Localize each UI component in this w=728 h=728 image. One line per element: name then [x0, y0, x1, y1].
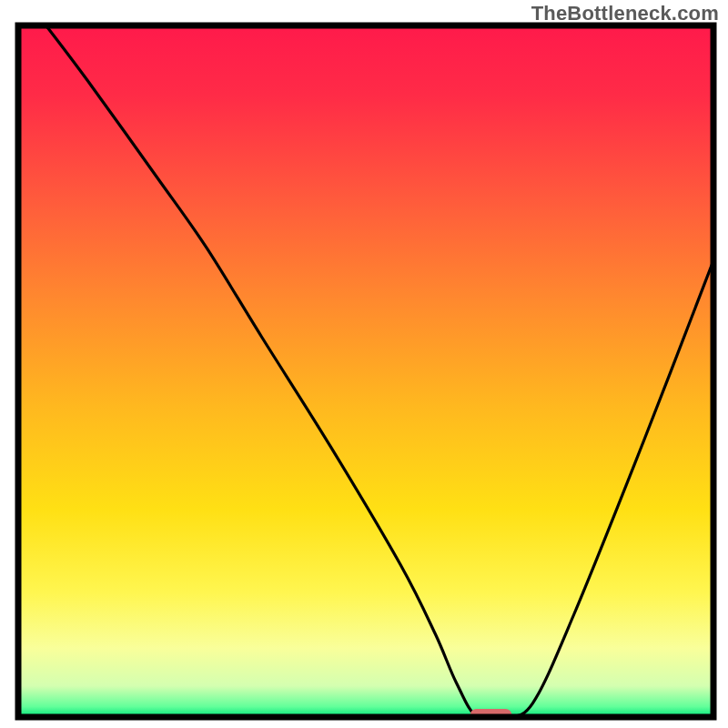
watermark-text: TheBottleneck.com	[531, 2, 719, 25]
plot-area	[18, 25, 713, 722]
bottleneck-chart	[0, 0, 728, 728]
chart-container: TheBottleneck.com	[0, 0, 728, 728]
